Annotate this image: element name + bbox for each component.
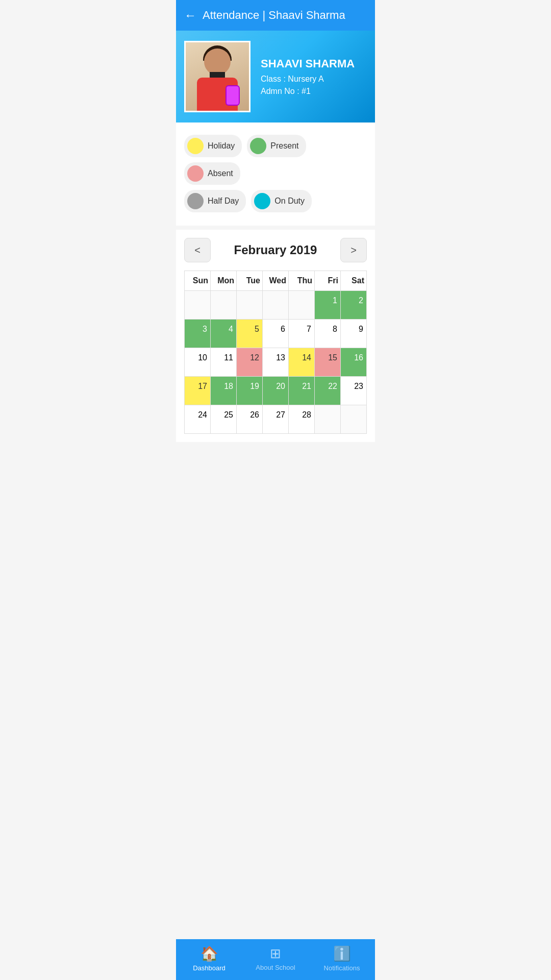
calendar-day-header: Wed [263, 271, 289, 291]
calendar-cell[interactable]: 2 [341, 291, 367, 320]
calendar-day-header: Sat [341, 271, 367, 291]
calendar-cell [315, 405, 341, 434]
calendar-cell[interactable]: 15 [315, 348, 341, 377]
calendar-day-header: Mon [211, 271, 237, 291]
calendar-cell[interactable]: 6 [263, 320, 289, 348]
profile-section: SHAAVI SHARMA Class : Nursery A Admn No … [176, 31, 375, 122]
calendar-cell[interactable]: 8 [315, 320, 341, 348]
present-dot [250, 138, 266, 154]
calendar-cell[interactable]: 11 [211, 348, 237, 377]
calendar-cell[interactable]: 27 [263, 405, 289, 434]
nav-about-school-label: About School [256, 964, 295, 971]
calendar-cell[interactable]: 12 [237, 348, 263, 377]
calendar-header-row: SunMonTueWedThuFriSat [185, 271, 367, 291]
nav-notifications-label: Notifications [324, 964, 360, 972]
legend-section: Holiday Present Absent Half Day On Duty [176, 122, 375, 226]
bottom-nav: 🏠 Dashboard ⊞ About School ℹ️ Notificati… [176, 939, 375, 980]
onduty-label: On Duty [274, 197, 305, 206]
legend-holiday: Holiday [184, 135, 242, 157]
holiday-dot [187, 138, 204, 154]
calendar-week-row: 10111213141516 [185, 348, 367, 377]
calendar-cell [185, 291, 211, 320]
calendar-day-header: Sun [185, 271, 211, 291]
calendar-cell[interactable]: 3 [185, 320, 211, 348]
legend-present: Present [247, 135, 306, 157]
halfday-label: Half Day [208, 197, 239, 206]
calendar-week-row: 3456789 [185, 320, 367, 348]
legend-row-1: Holiday Present Absent [184, 135, 367, 185]
legend-row-2: Half Day On Duty [184, 190, 367, 212]
calendar-month-title: February 2019 [234, 243, 317, 257]
absent-label: Absent [208, 169, 233, 178]
calendar-week-row: 2425262728 [185, 405, 367, 434]
calendar-cell [263, 291, 289, 320]
calendar-body: 1234567891011121314151617181920212223242… [185, 291, 367, 434]
calendar-cell[interactable]: 22 [315, 377, 341, 405]
calendar-cell[interactable]: 20 [263, 377, 289, 405]
calendar-cell [211, 291, 237, 320]
calendar-cell[interactable]: 5 [237, 320, 263, 348]
calendar-cell[interactable]: 14 [289, 348, 315, 377]
calendar-cell [289, 291, 315, 320]
calendar-cell[interactable]: 28 [289, 405, 315, 434]
calendar-cell[interactable]: 19 [237, 377, 263, 405]
calendar-grid: SunMonTueWedThuFriSat 123456789101112131… [184, 271, 367, 434]
info-icon: ℹ️ [333, 945, 351, 962]
calendar-cell[interactable]: 17 [185, 377, 211, 405]
calendar-day-header: Tue [237, 271, 263, 291]
calendar-section: < February 2019 > SunMonTueWedThuFriSat … [176, 230, 375, 442]
nav-notifications[interactable]: ℹ️ Notifications [309, 945, 375, 972]
calendar-cell[interactable]: 13 [263, 348, 289, 377]
profile-info: SHAAVI SHARMA Class : Nursery A Admn No … [261, 57, 355, 96]
calendar-cell [341, 405, 367, 434]
legend-halfday: Half Day [184, 190, 246, 212]
calendar-cell[interactable]: 10 [185, 348, 211, 377]
calendar-cell[interactable]: 25 [211, 405, 237, 434]
calendar-cell[interactable]: 4 [211, 320, 237, 348]
halfday-dot [187, 193, 204, 209]
calendar-cell [237, 291, 263, 320]
calendar-cell[interactable]: 16 [341, 348, 367, 377]
calendar-week-row: 17181920212223 [185, 377, 367, 405]
student-photo [184, 41, 251, 112]
back-button[interactable]: ← [184, 8, 196, 22]
profile-class: Class : Nursery A [261, 75, 355, 84]
nav-dashboard-label: Dashboard [193, 964, 226, 972]
legend-onduty: On Duty [251, 190, 312, 212]
calendar-week-row: 12 [185, 291, 367, 320]
present-label: Present [270, 141, 298, 151]
profile-name: SHAAVI SHARMA [261, 57, 355, 70]
absent-dot [187, 165, 204, 182]
calendar-nav: < February 2019 > [184, 238, 367, 262]
calendar-cell[interactable]: 21 [289, 377, 315, 405]
nav-dashboard[interactable]: 🏠 Dashboard [176, 945, 242, 972]
profile-admn: Admn No : #1 [261, 87, 355, 96]
holiday-label: Holiday [208, 141, 235, 151]
calendar-cell[interactable]: 24 [185, 405, 211, 434]
legend-absent: Absent [184, 162, 240, 185]
nav-about-school[interactable]: ⊞ About School [242, 946, 309, 971]
calendar-cell[interactable]: 9 [341, 320, 367, 348]
onduty-dot [254, 193, 270, 209]
calendar-day-header: Thu [289, 271, 315, 291]
calendar-cell[interactable]: 18 [211, 377, 237, 405]
calendar-cell[interactable]: 23 [341, 377, 367, 405]
calendar-cell[interactable]: 1 [315, 291, 341, 320]
calendar-cell[interactable]: 7 [289, 320, 315, 348]
home-icon: 🏠 [201, 945, 218, 962]
next-month-button[interactable]: > [340, 238, 367, 262]
header: ← Attendance | Shaavi Sharma [176, 0, 375, 31]
calendar-cell[interactable]: 26 [237, 405, 263, 434]
grid-icon: ⊞ [270, 946, 281, 962]
calendar-day-header: Fri [315, 271, 341, 291]
prev-month-button[interactable]: < [184, 238, 211, 262]
page-title: Attendance | Shaavi Sharma [203, 9, 345, 22]
